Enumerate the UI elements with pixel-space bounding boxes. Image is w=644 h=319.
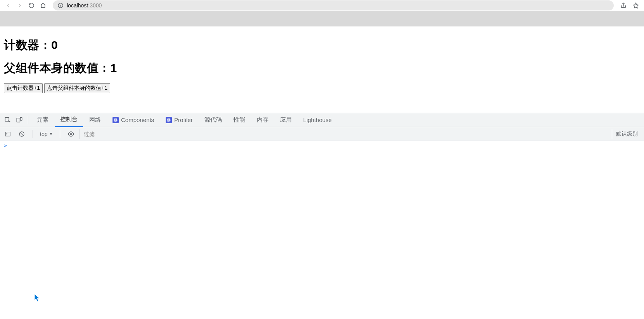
console-sidebar-toggle-icon[interactable] — [2, 129, 13, 139]
tab-lighthouse[interactable]: Lighthouse — [298, 113, 337, 127]
address-bar[interactable]: localhost:3000 — [53, 0, 614, 10]
counter-heading: 计数器：0 — [4, 37, 640, 53]
svg-point-17 — [70, 133, 72, 135]
tab-performance[interactable]: 性能 — [228, 113, 251, 127]
svg-point-9 — [115, 120, 116, 120]
svg-line-16 — [20, 132, 23, 136]
tab-profiler[interactable]: Profiler — [160, 113, 198, 127]
increment-counter-button[interactable]: 点击计数器+1 — [4, 83, 43, 93]
tab-memory[interactable]: 内存 — [251, 113, 274, 127]
log-level-selector[interactable]: 默认级别 — [612, 129, 642, 139]
share-button[interactable] — [619, 1, 628, 10]
tab-network[interactable]: 网络 — [84, 113, 106, 127]
clear-console-icon[interactable] — [16, 129, 27, 139]
tab-strip-bg — [0, 11, 644, 26]
device-toolbar-icon[interactable] — [14, 115, 25, 126]
back-button[interactable] — [4, 1, 12, 10]
tab-elements[interactable]: 元素 — [31, 113, 54, 127]
filter-input[interactable] — [84, 131, 605, 137]
forward-button[interactable] — [16, 1, 24, 10]
site-info-icon[interactable] — [57, 2, 64, 9]
address-text: localhost:3000 — [67, 2, 102, 9]
react-icon — [113, 117, 119, 123]
inspect-element-icon[interactable] — [2, 115, 13, 126]
svg-rect-14 — [5, 132, 10, 136]
separator — [60, 130, 60, 138]
live-expression-icon[interactable] — [66, 129, 76, 139]
page-content: 计数器：0 父组件本身的数值：1 点击计数器+1 点击父组件本身的数值+1 — [0, 26, 644, 97]
bookmark-button[interactable] — [632, 1, 640, 10]
console-output[interactable]: > — [0, 141, 644, 319]
parent-value: 1 — [111, 61, 117, 74]
react-icon — [166, 117, 172, 123]
address-port: :3000 — [88, 2, 102, 9]
increment-parent-button[interactable]: 点击父组件本身的数值+1 — [44, 83, 110, 93]
svg-rect-5 — [20, 117, 22, 120]
parent-heading: 父组件本身的数值：1 — [4, 60, 640, 76]
separator — [28, 116, 28, 124]
counter-label: 计数器： — [4, 38, 51, 51]
tab-console[interactable]: 控制台 — [55, 113, 83, 127]
address-host: localhost — [67, 2, 88, 9]
tab-sources[interactable]: 源代码 — [199, 113, 227, 127]
devtools-panel: 元素 控制台 网络 Components Profiler 源代码 性能 内存 … — [0, 113, 644, 319]
chevron-down-icon: ▼ — [49, 132, 53, 136]
tab-components[interactable]: Components — [107, 113, 159, 127]
button-row: 点击计数器+1 点击父组件本身的数值+1 — [4, 83, 640, 93]
console-prompt-icon: > — [4, 143, 7, 148]
home-button[interactable] — [39, 1, 47, 10]
reload-button[interactable] — [27, 1, 36, 10]
devtools-tabbar: 元素 控制台 网络 Components Profiler 源代码 性能 内存 … — [0, 113, 644, 127]
console-toolbar: top ▼ 默认级别 — [0, 127, 644, 141]
svg-rect-4 — [17, 118, 20, 122]
separator — [33, 130, 33, 138]
browser-toolbar: localhost:3000 — [0, 0, 644, 11]
parent-label: 父组件本身的数值： — [4, 61, 111, 74]
tab-application[interactable]: 应用 — [275, 113, 297, 127]
filter-box[interactable] — [80, 129, 609, 139]
context-selector[interactable]: top ▼ — [38, 131, 54, 137]
counter-value: 0 — [51, 38, 58, 51]
svg-point-13 — [168, 120, 169, 120]
